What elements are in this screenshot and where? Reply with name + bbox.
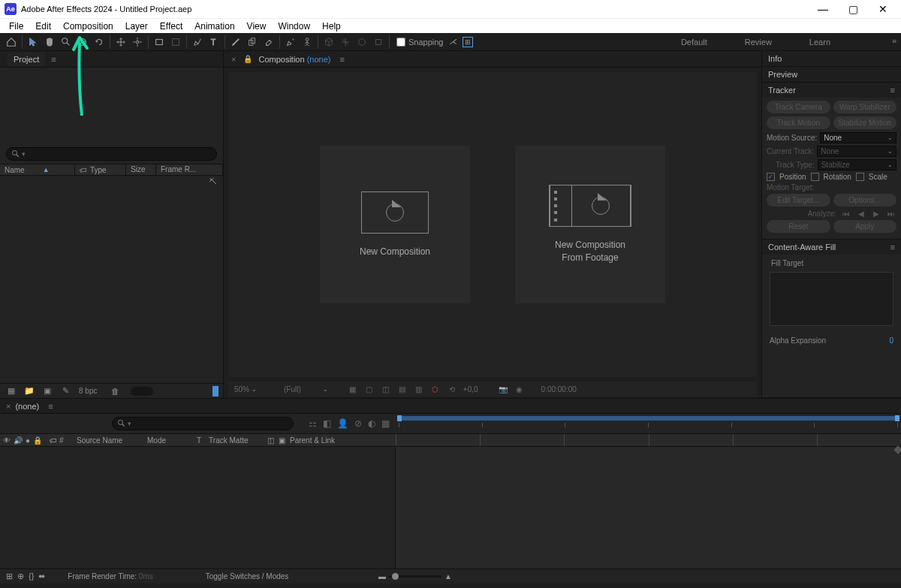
pan-behind-tool-icon[interactable] [113,35,129,50]
roto-tool-icon[interactable] [282,35,299,50]
tag-icon[interactable]: 🏷 [80,166,87,174]
stabilize-motion-button[interactable]: Stabilize Motion [833,116,897,129]
project-toggle[interactable] [131,387,153,396]
menu-layer[interactable]: Layer [119,20,154,33]
scale-checkbox[interactable] [856,173,864,181]
frame-blend-icon[interactable]: ⊘ [354,418,362,429]
puppet-tool-icon[interactable] [299,35,315,50]
index-col[interactable]: # [59,436,64,445]
work-area-start-handle[interactable] [397,415,402,421]
video-col-icon[interactable]: 👁 [3,436,11,445]
sort-icon[interactable]: ▲ [43,166,50,173]
graph-editor-icon[interactable]: ▦ [381,418,390,429]
label-col-icon[interactable]: 🏷 [50,436,57,445]
3d-tool-3-icon[interactable] [354,35,370,50]
toggle-switches-icon[interactable]: ⊕ [17,571,24,581]
interpret-footage-icon[interactable]: ▦ [5,385,18,397]
track-camera-button[interactable]: Track Camera [767,101,830,113]
lock-col-icon[interactable]: 🔒 [33,436,42,445]
analyze-prev-frame-icon[interactable]: ⏮ [841,210,851,218]
caf-panel-menu-icon[interactable]: ≡ [890,243,895,252]
menu-file[interactable]: File [3,20,29,33]
toggle-switches-modes-button[interactable]: Toggle Switches / Modes [206,572,289,580]
channel-icon[interactable]: ⬡ [430,385,441,394]
project-tab[interactable]: Project [8,53,45,66]
flowchart-icon[interactable]: ⛏ [209,177,217,185]
ellipse-tool-icon[interactable] [167,35,184,50]
draft-3d-icon[interactable]: ◧ [323,418,331,429]
comp-lock-icon[interactable]: 🔒 [243,55,252,63]
options-button[interactable]: Options... [833,194,897,207]
analyze-forward-icon[interactable]: ▶ [871,210,881,218]
clone-tool-icon[interactable] [244,35,261,50]
zoom-tool-icon[interactable] [58,35,74,50]
project-settings-icon[interactable]: ✎ [59,385,72,397]
menu-view[interactable]: View [241,20,273,33]
analyze-backward-icon[interactable]: ◀ [856,210,866,218]
reset-button[interactable]: Reset [767,220,830,233]
edit-target-button[interactable]: Edit Target... [767,194,830,207]
track-motion-button[interactable]: Track Motion [767,116,830,129]
tracker-panel-header[interactable]: Tracker ≡ [762,83,901,98]
snapping-checkbox[interactable] [396,38,405,47]
solo-col-icon[interactable]: ● [26,436,30,445]
work-area-end-handle[interactable] [895,415,899,421]
menu-window[interactable]: Window [272,20,316,33]
transparency-grid-icon[interactable]: ▦ [348,385,358,394]
col-framerate[interactable]: Frame R... [156,164,223,175]
in-out-icon[interactable]: {} [29,571,34,581]
3d-tool-4-icon[interactable] [370,35,387,50]
menu-edit[interactable]: Edit [29,20,57,33]
anchor-tool-icon[interactable] [129,35,146,50]
audio-col-icon[interactable]: 🔊 [14,436,23,445]
time-ruler[interactable] [396,414,901,433]
tracker-panel-menu-icon[interactable]: ≡ [890,86,895,95]
timeline-search-input[interactable]: ▾ [112,417,294,430]
timeline-tab-close-icon[interactable]: × [6,402,11,411]
project-search-input[interactable]: ▾ [6,147,217,161]
3d-tool-1-icon[interactable] [321,35,337,50]
hand-tool-icon[interactable] [41,35,58,50]
mode-col[interactable]: Mode [144,436,194,445]
zoom-dropdown[interactable]: 50%⌄ [234,385,257,394]
workspace-expand-icon[interactable]: » [892,36,896,45]
apply-button[interactable]: Apply [833,220,897,233]
render-icon[interactable]: ⬌ [38,571,45,581]
menu-effect[interactable]: Effect [154,20,188,33]
zoom-out-icon[interactable]: ▬ [378,572,386,580]
rectangle-tool-icon[interactable] [151,35,167,50]
project-panel-menu-icon[interactable]: ≡ [51,55,56,64]
eraser-tool-icon[interactable] [261,35,277,50]
motion-source-dropdown[interactable]: None⌄ [820,132,896,143]
position-checkbox[interactable] [767,173,775,181]
comp-tab-close-icon[interactable]: × [231,55,236,64]
timeline-panel-menu-icon[interactable]: ≡ [48,402,53,411]
comp-panel-menu-icon[interactable]: ≡ [339,55,344,64]
shy-icon[interactable]: 👤 [337,418,348,429]
comp-tab-label[interactable]: Composition (none) [258,55,330,64]
rotate-tool-icon[interactable] [91,35,107,50]
content-aware-fill-header[interactable]: Content-Aware Fill ≡ [762,240,901,255]
timeline-tracks-area[interactable] [396,447,901,568]
snapshot-icon[interactable]: 📷 [498,385,508,394]
preview-panel-header[interactable]: Preview [762,67,901,82]
rotation-checkbox[interactable] [811,173,819,181]
mask-toggle-icon[interactable]: ▢ [364,385,375,394]
col-name[interactable]: Name [5,166,25,174]
warp-stabilizer-button[interactable]: Warp Stabilizer [833,101,897,113]
new-composition-button[interactable]: New Composition [320,146,470,303]
info-panel-header[interactable]: Info [762,51,901,66]
col-size[interactable]: Size [126,164,156,175]
region-icon[interactable]: ◫ [381,385,391,394]
orbit-tool-icon[interactable] [74,35,91,50]
menu-animation[interactable]: Animation [188,20,240,33]
grid-icon[interactable]: ▤ [397,385,408,394]
trash-icon[interactable]: 🗑 [108,385,122,397]
parent-link-icon[interactable]: ▣ [279,436,285,445]
menu-composition[interactable]: Composition [57,20,119,33]
workspace-learn[interactable]: Learn [802,35,838,49]
3d-tool-2-icon[interactable] [337,35,354,50]
expand-transform-icon[interactable]: ⊞ [6,571,13,581]
reset-exposure-icon[interactable]: ⟲ [447,385,457,394]
resolution-dropdown[interactable]: (Full)⌄ [284,385,328,394]
